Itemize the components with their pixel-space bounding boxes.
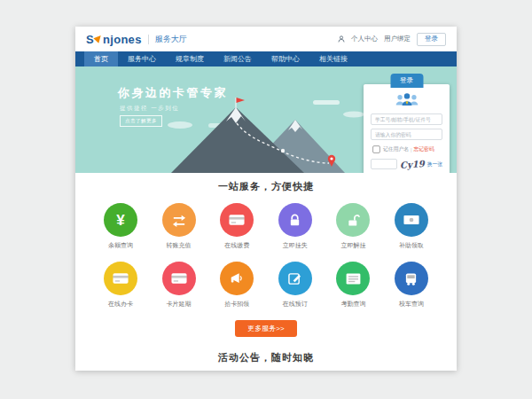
service-card-extension[interactable]: 卡片延期	[159, 262, 200, 309]
nav-item-help-center[interactable]: 帮助中心	[262, 51, 309, 66]
service-label: 在线缴费	[216, 241, 257, 250]
users-avatar-icon	[371, 91, 442, 110]
edit-icon	[278, 262, 312, 295]
hero-title: 你身边的卡管专家	[118, 85, 228, 101]
header-login-button[interactable]: 登录	[417, 33, 446, 46]
service-label: 在线办卡	[100, 300, 141, 309]
yuan-icon: ¥	[104, 203, 137, 237]
captcha-row: Cy19 换一张	[371, 159, 442, 169]
login-panel: 登录 记住用户名 | 忘记密码 Cy19 换一张	[364, 84, 450, 173]
card-icon	[220, 203, 254, 237]
mountain-illustration	[160, 95, 373, 173]
service-label: 拾卡招领	[216, 300, 257, 309]
header-actions: 个人中心 用户绑定 登录	[338, 33, 446, 46]
logo-text-left: S	[86, 33, 94, 46]
nav-item-service-center[interactable]: 服务中心	[118, 51, 166, 66]
service-label: 在线预订	[275, 300, 316, 309]
service-apply-card[interactable]: 在线办卡	[100, 262, 141, 309]
service-label: 立即解挂	[332, 241, 373, 250]
card-icon	[104, 262, 137, 295]
personal-center-link[interactable]: 个人中心	[351, 35, 378, 43]
service-report-loss[interactable]: 立即挂失	[275, 203, 316, 250]
login-tab[interactable]: 登录	[390, 74, 423, 88]
username-input[interactable]	[371, 113, 442, 125]
forgot-password-link[interactable]: 忘记密码	[414, 145, 434, 153]
transfer-icon	[162, 203, 196, 237]
hero-cta-button[interactable]: 点击了解更多	[120, 115, 162, 127]
megaphone-icon	[220, 262, 254, 295]
remember-label: 记住用户名	[383, 145, 409, 153]
logo-arrow-icon	[93, 33, 103, 43]
service-unlock[interactable]: 立即解挂	[332, 203, 373, 250]
service-label: 卡片延期	[159, 300, 200, 309]
service-label: 转账充值	[159, 241, 200, 250]
services-title: 一站服务，方便快捷	[75, 180, 457, 193]
site-name: 服务大厅	[155, 34, 187, 45]
password-input[interactable]	[371, 129, 442, 140]
unlock-icon	[336, 203, 370, 237]
service-attendance[interactable]: 考勤查询	[332, 262, 373, 309]
service-online-booking[interactable]: 在线预订	[275, 262, 316, 309]
hero-subtitle: 提供捷径 一步到位	[120, 105, 179, 113]
services-row-1: ¥ 余额查询 转账充值 在线缴费 立即挂失	[75, 203, 457, 250]
lock-icon	[278, 203, 312, 237]
captcha-refresh-link[interactable]: 换一张	[427, 160, 442, 168]
service-label: 补助领取	[391, 241, 432, 250]
logo-text-right: njones	[103, 33, 142, 46]
captcha-input[interactable]	[371, 159, 397, 169]
nav-item-home[interactable]: 首页	[84, 51, 118, 66]
service-label: 校车查询	[391, 300, 432, 309]
service-label: 考勤查询	[332, 300, 373, 309]
nav-item-rules[interactable]: 规章制度	[166, 51, 214, 66]
logo[interactable]: S njones 服务大厅	[86, 33, 187, 46]
banknote-icon	[395, 203, 428, 237]
bus-icon	[395, 262, 428, 295]
site-header: S njones 服务大厅 个人中心 用户绑定 登录	[75, 27, 457, 51]
list-icon	[336, 262, 370, 295]
service-transfer[interactable]: 转账充值	[159, 203, 200, 250]
service-online-payment[interactable]: 在线缴费	[216, 203, 257, 250]
card-icon	[162, 262, 196, 295]
services-section: 一站服务，方便快捷 ¥ 余额查询 转账充值 在线缴费	[75, 173, 457, 337]
more-services-button[interactable]: 更多服务>>	[235, 320, 297, 337]
service-label: 立即挂失	[275, 241, 316, 250]
portal-page: S njones 服务大厅 个人中心 用户绑定 登录 首页 服务中心 规章制度 …	[75, 27, 457, 371]
service-found-card[interactable]: 拾卡招领	[216, 262, 257, 309]
announcements-title: 活动公告，随时知晓	[75, 351, 457, 364]
remember-checkbox[interactable]	[372, 145, 379, 153]
captcha-image: Cy19	[400, 159, 425, 170]
logo-divider	[148, 35, 149, 44]
services-row-2: 在线办卡 卡片延期 拾卡招领 在线预订	[75, 262, 457, 309]
nav-item-links[interactable]: 相关链接	[309, 51, 357, 66]
divider: |	[411, 147, 412, 153]
service-balance[interactable]: ¥ 余额查询	[100, 203, 141, 250]
remember-row: 记住用户名 | 忘记密码	[371, 144, 442, 155]
service-label: 余额查询	[100, 241, 141, 250]
user-icon	[338, 35, 345, 43]
user-binding-link[interactable]: 用户绑定	[384, 35, 411, 43]
service-subsidy[interactable]: 补助领取	[391, 203, 432, 250]
announcements-section: 活动公告，随时知晓 使用指南 最新公告 更多>> 使用指南 更多>>	[75, 337, 457, 371]
main-nav: 首页 服务中心 规章制度 新闻公告 帮助中心 相关链接	[75, 51, 457, 66]
service-school-bus[interactable]: 校车查询	[391, 262, 432, 309]
nav-item-news[interactable]: 新闻公告	[214, 51, 262, 66]
hero-banner: 你身边的卡管专家 提供捷径 一步到位 点击了解更多 登录 记住用户名 | 忘记密…	[75, 66, 457, 173]
